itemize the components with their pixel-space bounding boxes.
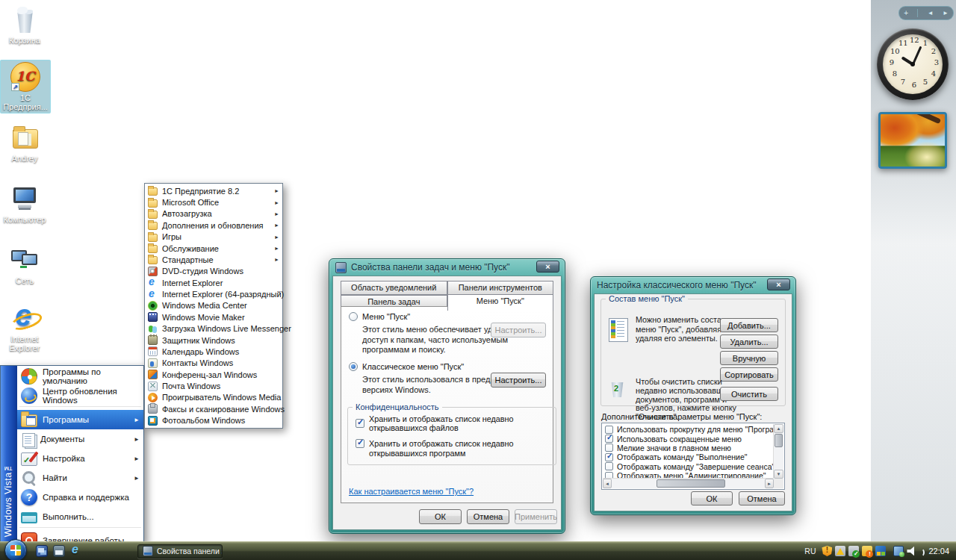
internet-explorer-quicklaunch-icon[interactable] (70, 545, 82, 557)
start-menu-item-windows-update[interactable]: Центр обновления Windows (17, 386, 143, 405)
gadget-controls[interactable]: + ◄ ► (898, 6, 954, 20)
display-settings-icon[interactable] (875, 546, 886, 556)
scroll-left-icon[interactable]: ◄ (603, 479, 612, 488)
start-menu-item-help[interactable]: Справка и поддержка (17, 488, 143, 507)
clock-gadget[interactable]: 12 1 2 3 4 5 6 7 8 9 10 11 (877, 28, 949, 100)
customize-start-menu-button[interactable]: Настроить... (491, 323, 546, 337)
privacy-checkbox-programs[interactable]: ✓ Хранить и отображать список недавно от… (356, 439, 556, 458)
submenu-item[interactable]: Windows Movie Maker (145, 311, 282, 323)
option-row[interactable]: Мелкие значки в главном меню (603, 444, 773, 452)
desktop-icon-computer[interactable]: Компьютер (0, 182, 49, 225)
submenu-item[interactable]: Проигрыватель Windows Media (145, 392, 282, 403)
security-alert-icon[interactable] (822, 546, 832, 556)
tab-notification-area[interactable]: Область уведомлений (341, 281, 447, 295)
checkbox[interactable]: ✓ (356, 439, 364, 448)
start-button[interactable] (4, 539, 27, 560)
privacy-checkbox-files[interactable]: ✓ Хранить и отображать список недавно от… (356, 414, 556, 432)
close-button[interactable]: × (536, 261, 559, 273)
desktop-icon-recycle-bin[interactable]: Корзина (0, 3, 49, 46)
submenu-item[interactable]: Почта Windows (145, 380, 282, 391)
option-row[interactable]: ✓ Использовать сокращенные меню (603, 434, 773, 443)
network-status-icon[interactable] (893, 546, 904, 556)
scroll-down-icon[interactable]: ▼ (774, 470, 783, 479)
vertical-scrollbar[interactable]: ▲ ▼ (773, 424, 783, 479)
submenu-item[interactable]: Дополнения и обновления► (145, 220, 282, 231)
taskbar-window-button[interactable]: Свойства панели з... (137, 544, 223, 559)
checkbox[interactable]: ✓ (605, 435, 613, 443)
volume-icon[interactable] (907, 546, 917, 556)
submenu-item[interactable]: Конференц-зал Windows (145, 369, 282, 380)
submenu-item[interactable]: Internet Explorer (145, 277, 282, 288)
start-menu-item-search[interactable]: Найти ► (17, 468, 143, 488)
start-menu-item-run[interactable]: Выполнить... (17, 507, 143, 526)
radio-start-menu[interactable] (349, 312, 358, 321)
switch-windows-icon[interactable] (36, 545, 48, 557)
options-listbox[interactable]: Использовать прокрутку для меню "Програм… (601, 423, 785, 490)
help-link[interactable]: Как настраивается меню "Пуск"? (349, 487, 474, 496)
option-row[interactable]: Использовать прокрутку для меню "Програм… (603, 425, 773, 434)
scroll-right-icon[interactable]: ► (765, 479, 774, 488)
tab-toolbars[interactable]: Панели инструментов (447, 281, 554, 295)
cancel-button[interactable]: Отмена (467, 509, 509, 524)
checkbox[interactable] (605, 462, 613, 470)
start-menu-item-settings[interactable]: Настройка ► (17, 449, 143, 468)
submenu-item[interactable]: Автозагрузка► (145, 208, 282, 220)
submenu-item[interactable]: Windows Media Center (145, 300, 282, 311)
language-indicator[interactable]: RU (804, 547, 816, 556)
desktop-icon-1c-enterprise[interactable]: ↗ 1С Предприя... (0, 60, 51, 113)
checkbox[interactable] (605, 444, 613, 452)
classic-menu-radio-row[interactable]: Классическое меню "Пуск" (349, 362, 464, 371)
gadget-next-icon[interactable]: ► (943, 10, 949, 16)
dialog-titlebar[interactable]: Свойства панели задач и меню "Пуск" (329, 259, 565, 276)
submenu-item[interactable]: Internet Explorer (64-разрядный) (145, 288, 282, 299)
desktop-icon-network[interactable]: Сеть (0, 243, 49, 287)
tray-clock[interactable]: 22:04 (928, 547, 949, 556)
scroll-up-icon[interactable]: ▲ (774, 424, 783, 433)
ok-button[interactable]: ОК (419, 509, 462, 524)
submenu-item[interactable]: Обслуживание► (145, 243, 282, 254)
slideshow-gadget[interactable] (878, 112, 947, 169)
submenu-item[interactable]: Календарь Windows (145, 346, 282, 357)
horizontal-scrollbar[interactable]: ◄ ► (603, 478, 774, 488)
status-ok-icon[interactable] (848, 546, 859, 556)
start-menu-item-documents[interactable]: Документы ► (17, 429, 143, 449)
desktop-icon-internet-explorer[interactable]: Internet Explorer (0, 302, 49, 354)
scrollbar-thumb[interactable] (775, 434, 783, 447)
gadget-prev-icon[interactable]: ◄ (928, 10, 934, 16)
radio-classic-menu[interactable] (349, 362, 358, 371)
start-menu-radio-row[interactable]: Меню "Пуск" (349, 312, 410, 321)
add-button[interactable]: Добавить... (720, 318, 778, 332)
apply-button[interactable]: Применить (515, 509, 557, 524)
notification-icon[interactable] (862, 546, 872, 556)
tab-start-menu[interactable]: Меню "Пуск" (447, 294, 554, 311)
remove-button[interactable]: Удалить... (720, 335, 778, 349)
submenu-item[interactable]: Microsoft Office► (145, 196, 282, 208)
start-menu-item-programs[interactable]: Программы ► (17, 410, 143, 429)
submenu-item[interactable]: Защитник Windows (145, 335, 282, 346)
option-row[interactable]: ✓ Отображать команду "Выполнение" (603, 452, 773, 461)
scrollbar-thumb[interactable] (657, 479, 725, 488)
customize-classic-menu-button[interactable]: Настроить... (491, 373, 546, 388)
desktop-icon-andrey-folder[interactable]: Andrey (0, 121, 49, 164)
submenu-item[interactable]: DVD-студия Windows (145, 266, 282, 277)
warning-icon[interactable] (835, 546, 845, 556)
checkbox[interactable]: ✓ (356, 419, 364, 428)
show-desktop-icon[interactable] (53, 545, 65, 557)
close-button[interactable]: × (767, 279, 790, 290)
add-gadget-button[interactable]: + (904, 10, 908, 17)
checkbox[interactable]: ✓ (605, 453, 613, 461)
option-row[interactable]: Отображать команду "Завершение сеанса" (603, 462, 773, 471)
checkbox[interactable] (605, 426, 613, 434)
manual-button[interactable]: Вручную (720, 351, 778, 365)
submenu-item[interactable]: Контакты Windows (145, 358, 282, 369)
submenu-item[interactable]: 1С Предприятие 8.2► (145, 185, 282, 196)
ok-button[interactable]: ОК (691, 491, 733, 505)
submenu-item[interactable]: Фотоальбом Windows (145, 415, 282, 426)
submenu-item[interactable]: Стандартные► (145, 254, 282, 265)
cancel-button[interactable]: Отмена (739, 491, 785, 505)
option-row[interactable]: Отображать меню "Администрирование" (603, 471, 773, 478)
submenu-item[interactable]: Загрузка Windows Live Messenger (145, 323, 282, 335)
start-menu-item-default-programs[interactable]: Программы по умолчанию (17, 367, 143, 386)
dialog-titlebar[interactable]: Настройка классического меню "Пуск" (591, 277, 795, 293)
checkbox[interactable] (605, 472, 613, 478)
